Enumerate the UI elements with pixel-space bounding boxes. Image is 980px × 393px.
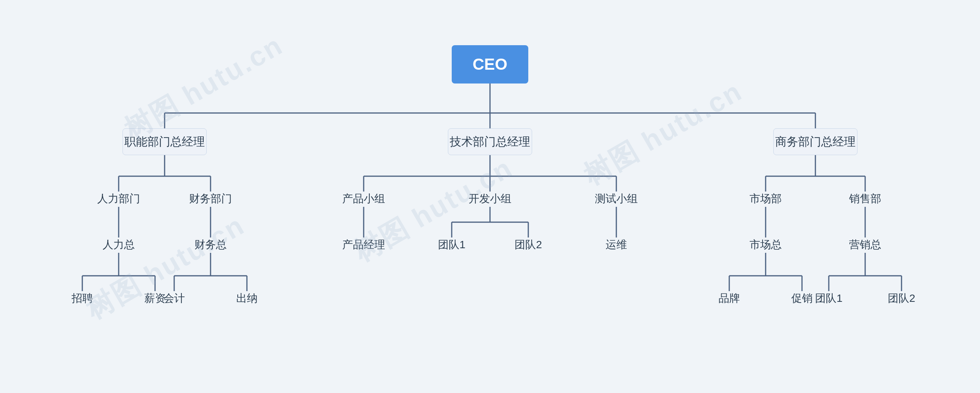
ops-node: 运维	[593, 237, 639, 252]
dev-group-node: 开发小组	[467, 192, 513, 206]
vp-tech-node: 技术部门总经理	[448, 128, 532, 155]
prod-mgr-node: 产品经理	[341, 237, 387, 252]
cashier-node: 出纳	[224, 291, 270, 306]
mktg-mgr-label: 营销总	[849, 237, 881, 252]
vp-biz-node: 商务部门总经理	[773, 128, 858, 155]
account-node: 会计	[151, 291, 197, 306]
test-group-label: 测试小组	[595, 192, 638, 206]
team2-label: 团队2	[514, 237, 542, 252]
watermark-2: 树图 hutu.cn	[347, 149, 519, 270]
sales-dept-label: 销售部	[849, 192, 881, 206]
ops-label: 运维	[606, 237, 627, 252]
mkt-dept-node: 市场部	[743, 192, 789, 206]
mkt-mgr-node: 市场总	[743, 237, 789, 252]
watermark-3: 树图 hutu.cn	[577, 73, 749, 193]
account-label: 会计	[163, 291, 185, 306]
recruit-node: 招聘	[59, 291, 105, 306]
cashier-label: 出纳	[236, 291, 258, 306]
hr-dept-node: 人力部门	[96, 192, 142, 206]
sales-dept-node: 销售部	[842, 192, 888, 206]
biz-team2-node: 团队2	[879, 291, 924, 306]
watermark-4: 树图 hutu.cn	[79, 207, 252, 328]
ceo-label: CEO	[472, 55, 507, 74]
vp-biz-label: 商务部门总经理	[775, 134, 856, 150]
prod-group-label: 产品小组	[342, 192, 385, 206]
recruit-label: 招聘	[72, 291, 93, 306]
chart-container: 树图 hutu.cn 树图 hutu.cn 树图 hutu.cn 树图 hutu…	[0, 0, 980, 393]
fin-dept-node: 财务部门	[188, 192, 234, 206]
brand-node: 品牌	[706, 291, 752, 306]
hr-mgr-label: 人力总	[103, 237, 135, 252]
team2-node: 团队2	[505, 237, 551, 252]
team1-node: 团队1	[429, 237, 475, 252]
biz-team2-label: 团队2	[888, 291, 915, 306]
fin-mgr-label: 财务总	[194, 237, 227, 252]
mkt-mgr-label: 市场总	[750, 237, 782, 252]
fin-dept-label: 财务部门	[189, 192, 232, 206]
mktg-mgr-node: 营销总	[842, 237, 888, 252]
prod-mgr-label: 产品经理	[342, 237, 385, 252]
team1-label: 团队1	[438, 237, 466, 252]
vp-func-node: 职能部门总经理	[122, 128, 207, 155]
hr-mgr-node: 人力总	[96, 237, 142, 252]
biz-team1-label: 团队1	[815, 291, 843, 306]
fin-mgr-node: 财务总	[188, 237, 234, 252]
vp-tech-label: 技术部门总经理	[450, 134, 530, 150]
prod-group-node: 产品小组	[341, 192, 387, 206]
brand-label: 品牌	[719, 291, 740, 306]
test-group-node: 测试小组	[593, 192, 639, 206]
mkt-dept-label: 市场部	[750, 192, 782, 206]
ceo-node: CEO	[452, 45, 528, 84]
biz-team1-node: 团队1	[806, 291, 852, 306]
dev-group-label: 开发小组	[469, 192, 511, 206]
hr-dept-label: 人力部门	[97, 192, 140, 206]
vp-func-label: 职能部门总经理	[124, 134, 205, 150]
